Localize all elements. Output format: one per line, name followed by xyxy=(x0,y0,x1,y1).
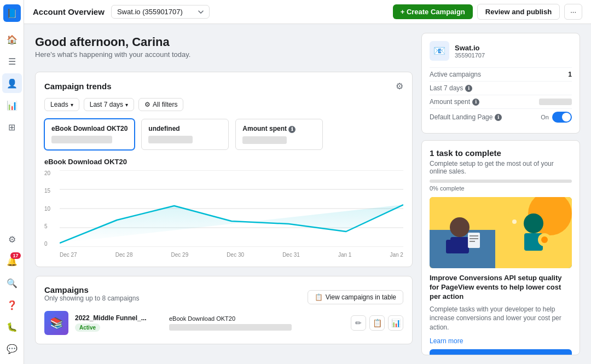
svg-point-20 xyxy=(503,207,509,214)
view-table-button[interactable]: 📋 View campaigns in table xyxy=(308,290,403,304)
sidebar-item-table[interactable]: ⊞ xyxy=(2,117,22,137)
settings-button[interactable]: ⚙ xyxy=(396,81,403,91)
campaign-stats-button[interactable]: 📊 xyxy=(388,315,403,331)
campaign-card-1[interactable]: eBook Download OKT20 xyxy=(44,119,135,150)
last7-stat: Last 7 days ℹ xyxy=(430,81,572,95)
sidebar-item-notifications[interactable]: 🔔 17 xyxy=(2,251,22,271)
svg-point-8 xyxy=(450,217,470,237)
active-campaigns-stat: Active campaigns 1 xyxy=(430,67,572,81)
review-publish-button[interactable]: Review and publish xyxy=(477,4,560,20)
landing-toggle-group: On xyxy=(541,112,572,123)
filters-row: Leads Last 7 days ⚙ All filters xyxy=(44,98,403,111)
sidebar-item-feedback[interactable]: 💬 xyxy=(2,339,22,359)
campaign-actions: ✏ 📋 📊 xyxy=(351,315,403,331)
active-campaigns-label: Active campaigns xyxy=(430,71,481,78)
active-campaigns-value: 1 xyxy=(568,71,572,78)
create-campaign-button[interactable]: + Create Campaign xyxy=(393,4,473,19)
campaign-info: 2022_Middle Funnel_... Active xyxy=(75,314,163,332)
task-illustration-svg xyxy=(430,197,572,268)
sidebar-item-bug[interactable]: 🐛 xyxy=(2,317,22,337)
filter-icon: ⚙ xyxy=(144,101,150,108)
campaign-edit-button[interactable]: ✏ xyxy=(351,315,366,331)
chevron-down-icon xyxy=(198,10,204,14)
sidebar-item-home[interactable]: 🏠 xyxy=(2,30,22,49)
sidebar-item-search[interactable]: 🔍 xyxy=(2,273,22,293)
chart-yaxis: 20 15 10 5 0 xyxy=(44,170,55,247)
all-filters-button[interactable]: ⚙ All filters xyxy=(138,98,183,111)
last7-info-icon[interactable]: ℹ xyxy=(465,85,472,92)
last7-label: Last 7 days ℹ xyxy=(430,84,472,92)
sidebar-item-settings[interactable]: ⚙ xyxy=(2,229,22,249)
campaigns-header: Campaigns Only showing up to 8 campaigns… xyxy=(44,285,403,309)
account-icon: 📧 xyxy=(430,41,449,61)
campaigns-title-group: Campaigns Only showing up to 8 campaigns xyxy=(44,285,139,309)
svg-point-16 xyxy=(524,213,543,233)
sidebar-item-help[interactable]: ❓ xyxy=(2,295,22,315)
amount-info-icon[interactable]: ℹ xyxy=(288,126,296,133)
chart-inner xyxy=(60,170,403,247)
campaign-thumbnail: 📚 xyxy=(44,311,68,335)
sidebar-item-profile[interactable]: 👤 xyxy=(2,73,22,93)
chart-title: eBook Download OKT20 xyxy=(44,158,403,166)
campaign-card-2-bar xyxy=(148,136,192,143)
campaigns-subtitle: Only showing up to 8 campaigns xyxy=(44,294,139,302)
chart-svg xyxy=(60,170,403,247)
greeting-subtitle: Here's what's happening with your accoun… xyxy=(35,50,413,59)
campaign-trends-card: Campaign trends ⚙ Leads Last 7 days ⚙ Al… xyxy=(35,72,413,267)
campaign-card-3-bar xyxy=(242,136,286,144)
amount-spent-label: Amount spent ℹ xyxy=(430,98,479,106)
app-logo: 📘 xyxy=(3,4,21,22)
account-id: 355901707 xyxy=(455,52,485,59)
svg-rect-15 xyxy=(470,241,475,242)
sidebar: 📘 🏠 ☰ 👤 📊 ⊞ ⚙ 🔔 17 🔍 ❓ 🐛 💬 xyxy=(0,0,24,364)
sidebar-item-dashboard[interactable]: 📊 xyxy=(2,95,22,115)
view-table-label: View campaigns in table xyxy=(326,293,396,301)
campaign-card-1-bar xyxy=(51,136,112,143)
campaign-row: 📚 2022_Middle Funnel_... Active eBook Do… xyxy=(44,311,403,335)
greeting-section: Good afternoon, Carina Here's what's hap… xyxy=(35,33,413,63)
all-filters-label: All filters xyxy=(153,101,177,108)
toggle-dot xyxy=(562,113,571,122)
topnav-actions: + Create Campaign Review and publish ··· xyxy=(393,4,582,20)
campaigns-title: Campaigns xyxy=(44,285,139,294)
account-row: 📧 Swat.io 355901707 xyxy=(430,41,572,61)
campaign-data-bar xyxy=(169,324,292,331)
svg-rect-10 xyxy=(446,240,453,253)
campaign-trends-title: Campaign trends xyxy=(44,82,112,91)
status-badge: Active xyxy=(75,323,100,332)
chart-xaxis: Dec 27 Dec 28 Dec 29 Dec 30 Dec 31 Jan 1… xyxy=(60,252,403,258)
sidebar-item-menu[interactable]: ☰ xyxy=(2,51,22,71)
right-panel: 📧 Swat.io 355901707 Active campaigns 1 L… xyxy=(421,33,580,355)
campaign-card-3[interactable]: Amount spent ℹ xyxy=(235,119,323,150)
campaign-card-3-title: Amount spent ℹ xyxy=(242,125,316,133)
main-content: Account Overview Swat.io (355901707) + C… xyxy=(24,0,591,364)
campaign-card-2[interactable]: undefined xyxy=(141,119,229,150)
svg-rect-12 xyxy=(468,233,480,248)
progress-bar-background xyxy=(430,180,572,183)
content-area: Good afternoon, Carina Here's what's hap… xyxy=(24,24,591,364)
get-started-button[interactable]: Get started xyxy=(430,349,572,355)
account-selector-label: Swat.io (355901707) xyxy=(117,8,183,16)
days-filter-button[interactable]: Last 7 days xyxy=(84,98,134,111)
campaign-data: eBook Download OKT20 xyxy=(169,315,344,331)
campaigns-section-card: Campaigns Only showing up to 8 campaigns… xyxy=(35,276,413,344)
landing-page-toggle[interactable] xyxy=(552,112,572,123)
greeting-title: Good afternoon, Carina xyxy=(35,35,413,49)
amount-info-icon[interactable]: ℹ xyxy=(472,99,479,106)
amount-spent-stat: Amount spent ℹ xyxy=(430,95,572,108)
left-panel: Good afternoon, Carina Here's what's hap… xyxy=(35,33,413,355)
more-options-button[interactable]: ··· xyxy=(564,4,582,20)
task-desc-title: Improve Conversions API setup quality fo… xyxy=(430,274,572,302)
page-title: Account Overview xyxy=(33,7,105,16)
task-title: 1 task to complete xyxy=(430,148,572,158)
task-illustration xyxy=(430,197,572,268)
account-selector[interactable]: Swat.io (355901707) xyxy=(111,5,210,19)
amount-spent-bar xyxy=(539,99,572,105)
landing-info-icon[interactable]: ℹ xyxy=(495,114,502,121)
leads-filter-button[interactable]: Leads xyxy=(44,98,79,111)
learn-more-link[interactable]: Learn more xyxy=(430,337,463,345)
campaign-copy-button[interactable]: 📋 xyxy=(369,315,385,331)
svg-rect-11 xyxy=(462,240,468,253)
campaign-data-label: eBook Download OKT20 xyxy=(169,315,344,322)
svg-point-19 xyxy=(541,236,548,243)
